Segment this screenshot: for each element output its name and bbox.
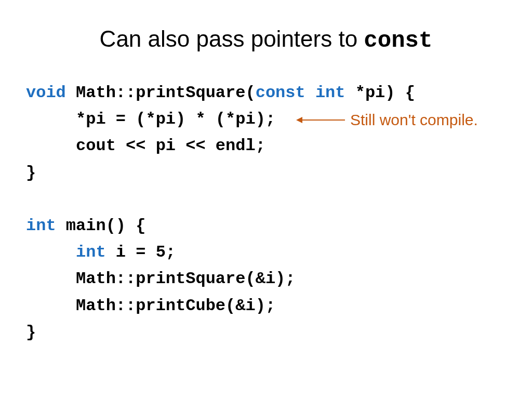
title-mono: const xyxy=(364,28,432,54)
slide-title: Can also pass pointers to const xyxy=(26,26,506,54)
code-line-4: } xyxy=(26,159,506,186)
title-text: Can also pass pointers to xyxy=(100,26,364,51)
code-line-5 xyxy=(26,186,506,212)
slide: Can also pass pointers to const void Mat… xyxy=(0,0,532,366)
code-block: void Math::printSquare(const int *pi) { … xyxy=(26,79,506,345)
code-line-8: Math::printSquare(&i); xyxy=(26,265,506,292)
annotation-callout: Still won't compile. xyxy=(297,108,478,132)
code-line-10: } xyxy=(26,319,506,345)
annotation-text: Still won't compile. xyxy=(350,108,478,132)
arrow-icon xyxy=(297,119,345,121)
code-line-1: void Math::printSquare(const int *pi) { xyxy=(26,79,506,106)
code-line-9: Math::printCube(&i); xyxy=(26,292,506,319)
code-line-7: int i = 5; xyxy=(26,239,506,265)
code-line-3: cout << pi << endl; xyxy=(26,132,506,159)
code-line-6: int main() { xyxy=(26,212,506,239)
